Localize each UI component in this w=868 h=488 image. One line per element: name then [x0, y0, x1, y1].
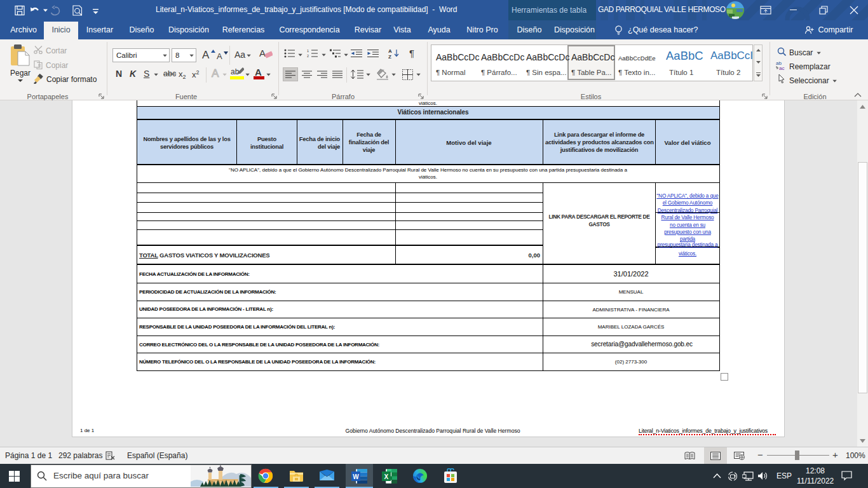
svg-text:2: 2: [307, 54, 309, 58]
svg-text:X: X: [384, 473, 389, 480]
svg-text:A: A: [388, 48, 392, 54]
svg-text:1: 1: [307, 49, 309, 53]
svg-text:Z: Z: [388, 54, 391, 58]
svg-text:ac: ac: [779, 65, 784, 70]
svg-text:W: W: [353, 473, 359, 480]
